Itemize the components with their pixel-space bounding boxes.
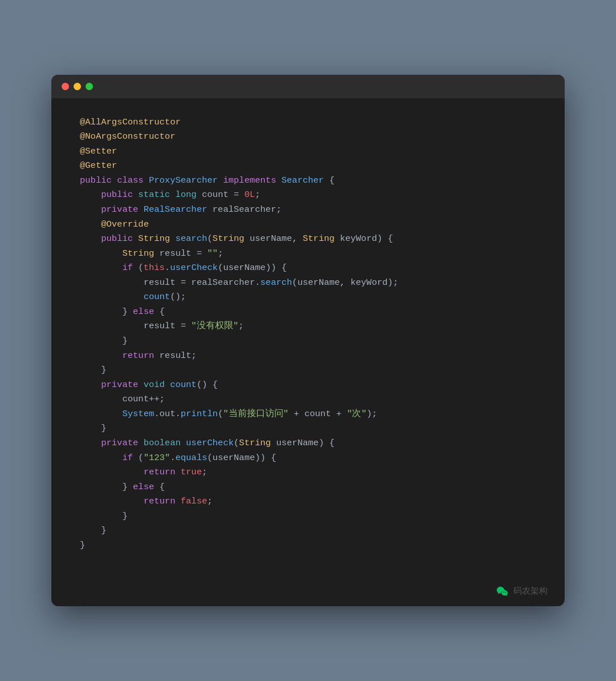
code-line-15: result = "没有权限";: [80, 319, 536, 334]
code-line-20: count++;: [80, 392, 536, 407]
code-line-5: public class ProxySearcher implements Se…: [80, 174, 536, 188]
watermark-label: 码农架构: [513, 586, 548, 597]
code-line-13: count();: [80, 290, 536, 305]
code-line-27: return false;: [80, 494, 536, 509]
code-line-12: result = realSearcher.search(userName, k…: [80, 276, 536, 291]
code-line-28: }: [80, 509, 536, 524]
code-line-30: }: [80, 538, 536, 553]
code-line-3: @Setter: [80, 144, 536, 159]
code-line-10: String result = "";: [80, 247, 536, 261]
code-line-8: @Override: [80, 217, 536, 232]
code-line-7: private RealSearcher realSearcher;: [80, 203, 536, 217]
code-line-19: private void count() {: [80, 378, 536, 393]
code-line-2: @NoArgsConstructor: [80, 130, 536, 144]
code-line-4: @Getter: [80, 159, 536, 174]
code-line-23: private boolean userCheck(String userNam…: [80, 436, 536, 451]
code-line-29: }: [80, 523, 536, 538]
wechat-icon: [496, 585, 509, 597]
code-line-14: } else {: [80, 305, 536, 320]
code-line-16: }: [80, 334, 536, 349]
code-line-9: public String search(String userName, St…: [80, 232, 536, 247]
code-line-6: public static long count = 0L;: [80, 188, 536, 203]
titlebar: [51, 75, 565, 98]
code-line-22: }: [80, 421, 536, 436]
code-line-25: return true;: [80, 465, 536, 480]
close-button[interactable]: [62, 83, 69, 90]
code-line-24: if ("123".equals(userName)) {: [80, 451, 536, 466]
code-window: @AllArgsConstructor @NoArgsConstructor @…: [51, 75, 565, 607]
code-editor: @AllArgsConstructor @NoArgsConstructor @…: [51, 98, 565, 576]
minimize-button[interactable]: [74, 83, 81, 90]
bottom-bar: 码农架构: [51, 575, 565, 606]
code-line-1: @AllArgsConstructor: [80, 115, 536, 130]
code-line-11: if (this.userCheck(userName)) {: [80, 261, 536, 276]
code-line-17: return result;: [80, 349, 536, 364]
code-line-18: }: [80, 363, 536, 378]
code-line-21: System.out.println("当前接口访问" + count + "次…: [80, 407, 536, 422]
code-line-26: } else {: [80, 480, 536, 495]
maximize-button[interactable]: [86, 83, 93, 90]
